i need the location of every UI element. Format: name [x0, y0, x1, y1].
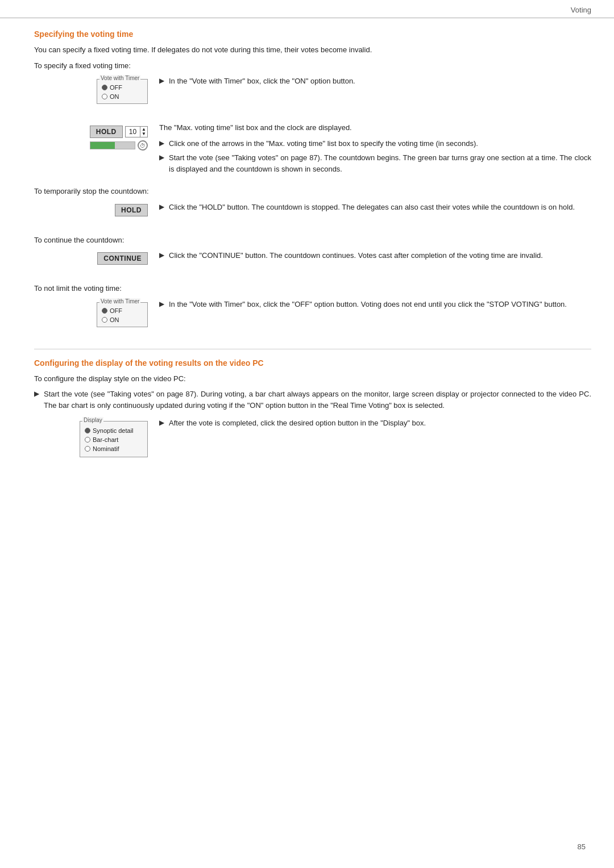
arrow-icon-3: ▶	[159, 153, 164, 161]
page-section-title: Voting	[571, 6, 591, 14]
arrow-icon-s2-2: ▶	[159, 419, 164, 427]
section2-heading: Configuring the display of the voting re…	[34, 358, 591, 368]
bullet3-text: Start the vote (see "Taking votes" on pa…	[169, 152, 591, 174]
radio-barchart-row[interactable]: Bar-chart	[85, 436, 143, 443]
radio-off2-row[interactable]: OFF	[102, 307, 143, 314]
bullet-item-4: ▶ Click the "HOLD" button. The countdown…	[159, 202, 591, 213]
number-value: 10	[126, 127, 140, 137]
bullet-s2-2-block: ▶ After the vote is completed, click the…	[159, 418, 591, 432]
no-limit-text: To not limit the voting time:	[34, 283, 591, 294]
bullet-s2-2-text: After the vote is completed, click the d…	[169, 418, 426, 429]
hold-row: HOLD 10 ▲ ▼	[90, 126, 148, 138]
hold-btn-area: HOLD	[34, 202, 159, 227]
bullet-s2-1-text: Start the vote (see "Taking votes" on pa…	[44, 389, 591, 411]
radio-barchart-circle[interactable]	[85, 437, 90, 443]
row-hold-widget: HOLD 10 ▲ ▼	[34, 122, 591, 178]
section1-heading: Specifying the voting time	[34, 30, 591, 39]
arrow-icon-2: ▶	[159, 139, 164, 147]
timer-bar-background	[90, 141, 135, 149]
temp-stop-text: To temporarily stop the countdown:	[34, 186, 591, 197]
radio-off-label: OFF	[110, 84, 122, 91]
hold-button-display[interactable]: HOLD	[115, 204, 148, 216]
continue-button-display[interactable]: CONTINUE	[97, 252, 148, 265]
bullet2-text: Click one of the arrows in the "Max. vot…	[169, 138, 478, 149]
main-content: Specifying the voting time You can speci…	[0, 18, 614, 500]
bullet-item-s2-1: ▶ Start the vote (see "Taking votes" on …	[34, 389, 591, 411]
timer-clock-icon: ⏱	[138, 140, 148, 151]
bullet-item-s2-2: ▶ After the vote is completed, click the…	[159, 418, 591, 429]
display-box-widget: Display Synoptic detail Bar-chart	[80, 421, 148, 457]
radio-on-row[interactable]: ON	[102, 93, 143, 100]
radio-on2-label: ON	[110, 316, 119, 323]
continue-btn-area: CONTINUE	[34, 250, 159, 275]
bullet1-text-block: ▶ In the "Vote with Timer" box, click th…	[159, 76, 591, 90]
section-voting-time: Specifying the voting time You can speci…	[34, 30, 591, 337]
arrow-icon-4: ▶	[159, 203, 164, 211]
row-bullet1: Vote with Timer OFF ON	[34, 76, 591, 114]
section-display-config: Configuring the display of the voting re…	[34, 358, 591, 468]
continue-text: To continue the countdown:	[34, 235, 591, 246]
radio-off-circle[interactable]	[102, 85, 107, 90]
content-column: Specifying the voting time You can speci…	[23, 30, 591, 478]
vote-timer-box-label2: Vote with Timer	[99, 298, 140, 304]
hold-button-widget[interactable]: HOLD	[90, 126, 123, 138]
bullet4-block: ▶ Click the "HOLD" button. The countdown…	[159, 202, 591, 216]
page-number: 85	[578, 842, 586, 851]
timer-bar-row: ⏱	[90, 140, 148, 151]
section1-intro2: To specify a fixed voting time:	[34, 60, 591, 72]
radio-on-label: ON	[110, 93, 119, 100]
bullet6-text: In the "Vote with Timer" box, click the …	[169, 299, 567, 310]
row-hold-button: HOLD ▶ Click the "HOLD" button. The coun…	[34, 202, 591, 227]
radio-synoptic-circle[interactable]	[85, 428, 90, 433]
bullet5-text: Click the "CONTINUE" button. The countdo…	[169, 250, 543, 261]
bullet6-block: ▶ In the "Vote with Timer" box, click th…	[159, 299, 591, 314]
number-spinbox[interactable]: 10 ▲ ▼	[125, 126, 148, 137]
radio-synoptic-label: Synoptic detail	[93, 427, 134, 434]
arrow-icon-1: ▶	[159, 77, 164, 85]
note1-text: The "Max. voting time" list box and the …	[159, 122, 591, 133]
spin-arrows[interactable]: ▲ ▼	[140, 127, 147, 136]
radio-on2-row[interactable]: ON	[102, 316, 143, 323]
bullet-item-5: ▶ Click the "CONTINUE" button. The count…	[159, 250, 591, 261]
vote-timer-box-off: Vote with Timer OFF ON	[97, 302, 148, 327]
arrow-icon-5: ▶	[159, 251, 164, 259]
section-divider	[34, 349, 591, 349]
section2-intro1: To configure the display style on the vi…	[34, 373, 591, 385]
bullet-item-6: ▶ In the "Vote with Timer" box, click th…	[159, 299, 591, 310]
bullet-item-1: ▶ In the "Vote with Timer" box, click th…	[159, 76, 591, 87]
display-widget-area: Display Synoptic detail Bar-chart	[34, 418, 159, 468]
bullet1-text: In the "Vote with Timer" box, click the …	[169, 76, 355, 87]
radio-nominatif-row[interactable]: Nominatif	[85, 445, 143, 452]
arrow-icon-s2-1: ▶	[34, 390, 39, 398]
radio-on-circle[interactable]	[102, 94, 107, 99]
row-continue-button: CONTINUE ▶ Click the "CONTINUE" button. …	[34, 250, 591, 275]
radio-off2-circle[interactable]	[102, 308, 107, 314]
widget-vote-timer-on: Vote with Timer OFF ON	[34, 76, 159, 114]
section1-intro1: You can specify a fixed voting time. If …	[34, 44, 591, 56]
radio-nominatif-label: Nominatif	[93, 445, 119, 452]
widget-hold-area: HOLD 10 ▲ ▼	[34, 122, 159, 161]
arrow-icon-6: ▶	[159, 300, 164, 308]
vote-timer-off-area: Vote with Timer OFF ON	[34, 299, 159, 337]
row-vote-timer-off: Vote with Timer OFF ON	[34, 299, 591, 337]
radio-barchart-label: Bar-chart	[93, 436, 118, 443]
spin-down[interactable]: ▼	[142, 132, 146, 136]
page: Voting Specifying the voting time You ca…	[0, 0, 614, 868]
display-box-label: Display	[82, 417, 103, 423]
timer-bar-fill	[90, 142, 115, 149]
row-display-widget: Display Synoptic detail Bar-chart	[34, 418, 591, 468]
bullet-item-2: ▶ Click one of the arrows in the "Max. v…	[159, 138, 591, 149]
vote-timer-box-on: Vote with Timer OFF ON	[97, 79, 148, 104]
radio-on2-circle[interactable]	[102, 317, 107, 323]
bullets-2-3-block: The "Max. voting time" list box and the …	[159, 122, 591, 178]
bullet4-text: Click the "HOLD" button. The countdown i…	[169, 202, 575, 213]
bullet5-block: ▶ Click the "CONTINUE" button. The count…	[159, 250, 591, 265]
radio-off2-label: OFF	[110, 307, 122, 314]
bullet-item-3: ▶ Start the vote (see "Taking votes" on …	[159, 152, 591, 174]
vote-timer-box-label: Vote with Timer	[99, 75, 140, 81]
header-bar: Voting	[0, 0, 614, 18]
radio-nominatif-circle[interactable]	[85, 446, 90, 452]
radio-synoptic-row[interactable]: Synoptic detail	[85, 427, 143, 434]
radio-off-row[interactable]: OFF	[102, 84, 143, 91]
hold-widget: HOLD 10 ▲ ▼	[90, 126, 148, 151]
